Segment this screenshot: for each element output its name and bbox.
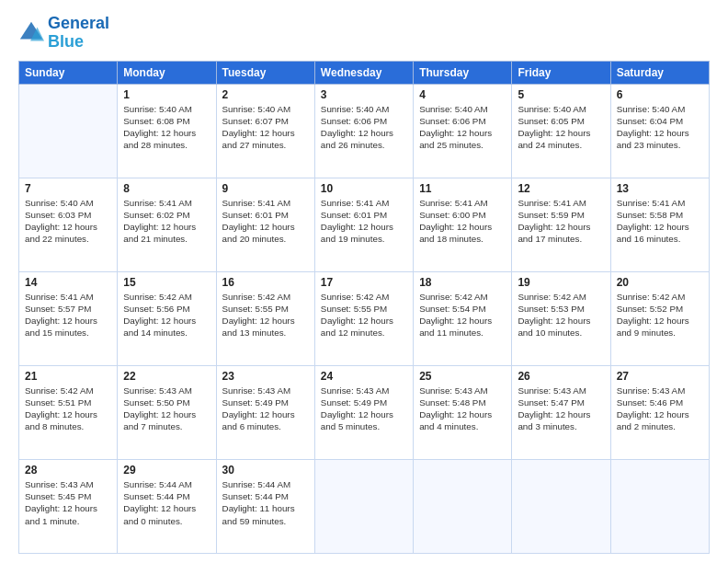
day-detail: Sunrise: 5:44 AM Sunset: 5:44 PM Dayligh… xyxy=(222,478,309,527)
day-cell: 9Sunrise: 5:41 AM Sunset: 6:01 PM Daylig… xyxy=(216,178,314,271)
day-cell xyxy=(610,459,709,553)
day-cell: 15Sunrise: 5:42 AM Sunset: 5:56 PM Dayli… xyxy=(118,271,216,365)
day-cell: 7Sunrise: 5:40 AM Sunset: 6:03 PM Daylig… xyxy=(19,178,118,271)
header-cell-saturday: Saturday xyxy=(610,61,709,84)
day-cell: 24Sunrise: 5:43 AM Sunset: 5:49 PM Dayli… xyxy=(314,365,413,459)
day-cell: 26Sunrise: 5:43 AM Sunset: 5:47 PM Dayli… xyxy=(512,365,610,459)
day-detail: Sunrise: 5:40 AM Sunset: 6:04 PM Dayligh… xyxy=(617,103,703,152)
day-cell: 2Sunrise: 5:40 AM Sunset: 6:07 PM Daylig… xyxy=(216,84,314,178)
day-number: 3 xyxy=(321,88,407,101)
header-cell-thursday: Thursday xyxy=(414,61,512,84)
day-number: 5 xyxy=(518,88,604,101)
day-number: 16 xyxy=(222,276,309,289)
header-cell-tuesday: Tuesday xyxy=(216,61,314,84)
day-number: 2 xyxy=(222,88,309,101)
day-detail: Sunrise: 5:43 AM Sunset: 5:49 PM Dayligh… xyxy=(222,385,309,433)
day-number: 26 xyxy=(518,370,604,383)
day-number: 13 xyxy=(617,182,703,195)
calendar-body: 1Sunrise: 5:40 AM Sunset: 6:08 PM Daylig… xyxy=(19,84,710,553)
day-number: 20 xyxy=(617,276,703,289)
header-cell-wednesday: Wednesday xyxy=(314,61,413,84)
day-detail: Sunrise: 5:43 AM Sunset: 5:48 PM Dayligh… xyxy=(419,385,506,433)
calendar-table: SundayMondayTuesdayWednesdayThursdayFrid… xyxy=(18,61,710,554)
day-cell: 23Sunrise: 5:43 AM Sunset: 5:49 PM Dayli… xyxy=(216,365,314,459)
week-row-2: 7Sunrise: 5:40 AM Sunset: 6:03 PM Daylig… xyxy=(19,178,710,271)
week-row-3: 14Sunrise: 5:41 AM Sunset: 5:57 PM Dayli… xyxy=(19,271,710,365)
day-cell xyxy=(314,459,413,553)
header-cell-monday: Monday xyxy=(118,61,216,84)
day-detail: Sunrise: 5:43 AM Sunset: 5:45 PM Dayligh… xyxy=(25,478,111,527)
day-number: 30 xyxy=(222,464,309,477)
day-detail: Sunrise: 5:41 AM Sunset: 6:02 PM Dayligh… xyxy=(123,197,210,246)
day-detail: Sunrise: 5:42 AM Sunset: 5:52 PM Dayligh… xyxy=(617,291,703,339)
day-cell: 12Sunrise: 5:41 AM Sunset: 5:59 PM Dayli… xyxy=(512,178,610,271)
day-cell xyxy=(19,84,118,178)
day-cell: 28Sunrise: 5:43 AM Sunset: 5:45 PM Dayli… xyxy=(19,459,118,553)
day-number: 7 xyxy=(25,182,111,195)
day-cell: 27Sunrise: 5:43 AM Sunset: 5:46 PM Dayli… xyxy=(610,365,709,459)
day-cell: 29Sunrise: 5:44 AM Sunset: 5:44 PM Dayli… xyxy=(118,459,216,553)
logo-text-line2: Blue xyxy=(48,33,109,52)
day-number: 4 xyxy=(419,88,506,101)
day-detail: Sunrise: 5:44 AM Sunset: 5:44 PM Dayligh… xyxy=(123,478,210,527)
day-number: 18 xyxy=(419,276,506,289)
day-number: 9 xyxy=(222,182,309,195)
day-detail: Sunrise: 5:41 AM Sunset: 6:01 PM Dayligh… xyxy=(321,197,407,246)
page: General Blue SundayMondayTuesdayWednesda… xyxy=(0,0,728,563)
day-cell: 20Sunrise: 5:42 AM Sunset: 5:52 PM Dayli… xyxy=(610,271,709,365)
day-cell: 25Sunrise: 5:43 AM Sunset: 5:48 PM Dayli… xyxy=(414,365,512,459)
day-cell: 1Sunrise: 5:40 AM Sunset: 6:08 PM Daylig… xyxy=(118,84,216,178)
day-cell xyxy=(512,459,610,553)
day-cell: 17Sunrise: 5:42 AM Sunset: 5:55 PM Dayli… xyxy=(314,271,413,365)
day-cell: 18Sunrise: 5:42 AM Sunset: 5:54 PM Dayli… xyxy=(414,271,512,365)
day-detail: Sunrise: 5:42 AM Sunset: 5:56 PM Dayligh… xyxy=(123,291,210,339)
day-detail: Sunrise: 5:43 AM Sunset: 5:49 PM Dayligh… xyxy=(321,385,407,433)
day-number: 10 xyxy=(321,182,407,195)
day-number: 23 xyxy=(222,370,309,383)
day-cell: 14Sunrise: 5:41 AM Sunset: 5:57 PM Dayli… xyxy=(19,271,118,365)
day-detail: Sunrise: 5:43 AM Sunset: 5:46 PM Dayligh… xyxy=(617,385,703,433)
header-row: SundayMondayTuesdayWednesdayThursdayFrid… xyxy=(19,61,710,84)
day-cell xyxy=(414,459,512,553)
week-row-1: 1Sunrise: 5:40 AM Sunset: 6:08 PM Daylig… xyxy=(19,84,710,178)
logo: General Blue xyxy=(18,15,109,52)
day-number: 14 xyxy=(25,276,111,289)
day-number: 15 xyxy=(123,276,210,289)
day-cell: 5Sunrise: 5:40 AM Sunset: 6:05 PM Daylig… xyxy=(512,84,610,178)
day-cell: 19Sunrise: 5:42 AM Sunset: 5:53 PM Dayli… xyxy=(512,271,610,365)
day-detail: Sunrise: 5:42 AM Sunset: 5:55 PM Dayligh… xyxy=(222,291,309,339)
day-cell: 6Sunrise: 5:40 AM Sunset: 6:04 PM Daylig… xyxy=(610,84,709,178)
day-detail: Sunrise: 5:41 AM Sunset: 6:00 PM Dayligh… xyxy=(419,197,506,246)
logo-icon xyxy=(18,20,44,46)
day-number: 8 xyxy=(123,182,210,195)
logo-text-line1: General xyxy=(48,15,109,33)
header-cell-sunday: Sunday xyxy=(19,61,118,84)
day-detail: Sunrise: 5:40 AM Sunset: 6:07 PM Dayligh… xyxy=(222,103,309,152)
day-number: 17 xyxy=(321,276,407,289)
day-cell: 11Sunrise: 5:41 AM Sunset: 6:00 PM Dayli… xyxy=(414,178,512,271)
day-detail: Sunrise: 5:43 AM Sunset: 5:47 PM Dayligh… xyxy=(518,385,604,433)
day-number: 6 xyxy=(617,88,703,101)
day-number: 24 xyxy=(321,370,407,383)
day-number: 25 xyxy=(419,370,506,383)
day-cell: 10Sunrise: 5:41 AM Sunset: 6:01 PM Dayli… xyxy=(314,178,413,271)
day-number: 12 xyxy=(518,182,604,195)
day-number: 27 xyxy=(617,370,703,383)
day-detail: Sunrise: 5:40 AM Sunset: 6:08 PM Dayligh… xyxy=(123,103,210,152)
week-row-4: 21Sunrise: 5:42 AM Sunset: 5:51 PM Dayli… xyxy=(19,365,710,459)
header-cell-friday: Friday xyxy=(512,61,610,84)
day-cell: 16Sunrise: 5:42 AM Sunset: 5:55 PM Dayli… xyxy=(216,271,314,365)
day-detail: Sunrise: 5:42 AM Sunset: 5:51 PM Dayligh… xyxy=(25,385,111,433)
day-cell: 30Sunrise: 5:44 AM Sunset: 5:44 PM Dayli… xyxy=(216,459,314,553)
day-number: 22 xyxy=(123,370,210,383)
day-detail: Sunrise: 5:42 AM Sunset: 5:55 PM Dayligh… xyxy=(321,291,407,339)
week-row-5: 28Sunrise: 5:43 AM Sunset: 5:45 PM Dayli… xyxy=(19,459,710,553)
day-detail: Sunrise: 5:41 AM Sunset: 5:58 PM Dayligh… xyxy=(617,197,703,246)
day-number: 19 xyxy=(518,276,604,289)
day-cell: 13Sunrise: 5:41 AM Sunset: 5:58 PM Dayli… xyxy=(610,178,709,271)
day-detail: Sunrise: 5:42 AM Sunset: 5:54 PM Dayligh… xyxy=(419,291,506,339)
day-detail: Sunrise: 5:40 AM Sunset: 6:06 PM Dayligh… xyxy=(321,103,407,152)
day-detail: Sunrise: 5:42 AM Sunset: 5:53 PM Dayligh… xyxy=(518,291,604,339)
day-cell: 3Sunrise: 5:40 AM Sunset: 6:06 PM Daylig… xyxy=(314,84,413,178)
day-number: 29 xyxy=(123,464,210,477)
